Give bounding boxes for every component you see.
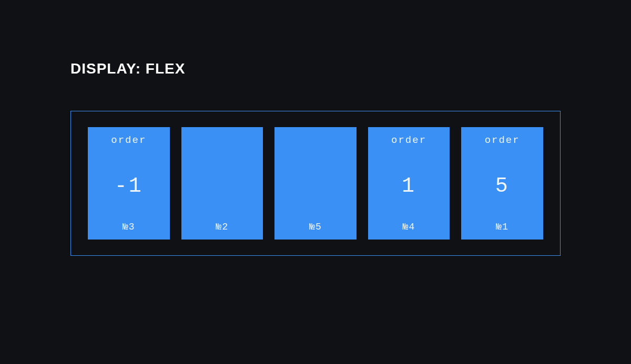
order-property-label: order <box>461 134 543 146</box>
order-property-label: order <box>88 134 170 146</box>
item-number-label: №2 <box>181 222 263 232</box>
item-number-label: №3 <box>88 222 170 232</box>
order-value: -1 <box>88 174 170 198</box>
item-number-label: №1 <box>461 222 543 232</box>
item-number-label: №4 <box>368 222 450 232</box>
flex-item: order 5 №1 <box>461 127 543 240</box>
flex-item: order №5 <box>274 127 357 240</box>
item-number-label: №5 <box>274 222 357 232</box>
flex-item: order №2 <box>181 127 263 240</box>
order-value: 1 <box>368 174 450 198</box>
flex-item: order 1 №4 <box>368 127 450 240</box>
order-value: 5 <box>461 174 543 198</box>
flex-container: order -1 №3 order №2 order №5 order 1 №4… <box>70 111 561 256</box>
diagram-title: DISPLAY: FLEX <box>70 60 561 77</box>
flex-item: order -1 №3 <box>88 127 170 240</box>
order-property-label: order <box>368 134 450 146</box>
